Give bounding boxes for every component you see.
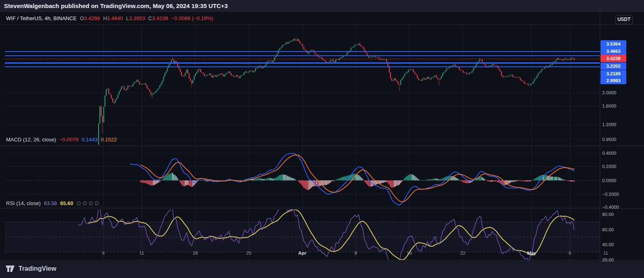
price-tag: 3.5364 xyxy=(601,40,626,48)
time-axis-label: 11 xyxy=(139,251,144,255)
publish-info: StevenWalgenbach published on TradingVie… xyxy=(4,0,228,12)
tradingview-brand-name: TradingView xyxy=(19,265,56,272)
footer-bar: TradingView xyxy=(0,260,644,278)
rsi-value: 63.58 xyxy=(44,200,57,206)
time-axis-label: May xyxy=(527,251,536,255)
price-tag: 3.4238 xyxy=(601,55,626,62)
price-axis-label: 0.9500 xyxy=(602,137,616,142)
chart-area[interactable]: WIF / TetherUS, 4h, BINANCE O3.4298 H3.4… xyxy=(0,12,644,260)
change-value: −0.0066 (−0.19%) xyxy=(171,15,213,21)
price-axis-label: 0.0000 xyxy=(602,178,616,183)
rsi-empty-values: ∅ ∅ ∅ ∅ xyxy=(76,200,99,206)
rsi-title[interactable]: RSI (14, close) xyxy=(6,200,41,206)
price-axis-label: 20.00 xyxy=(602,257,614,262)
time-axis-label: 6 xyxy=(102,251,105,255)
price-axis-label: −0.2000 xyxy=(602,192,619,197)
symbol-legend-row: WIF / TetherUS, 4h, BINANCE O3.4298 H3.4… xyxy=(6,15,213,21)
rsi-ma-value: 65.60 xyxy=(60,200,74,206)
tradingview-logo-icon xyxy=(6,265,15,273)
price-axis-label: 60.00 xyxy=(602,227,614,232)
price-axis-label: 1.6000 xyxy=(602,104,616,108)
price-axis-label: 1.2000 xyxy=(602,122,616,127)
high-label: H xyxy=(103,15,107,21)
price-axis-label: 40.00 xyxy=(602,242,614,247)
time-axis-label: 8 xyxy=(355,251,357,255)
price-axis-label: 80.00 xyxy=(602,212,614,217)
time-axis-label: Apr xyxy=(298,251,306,255)
high-value: 3.4640 xyxy=(107,15,123,21)
open-value: 3.4298 xyxy=(84,15,100,21)
macd-hist-value: −0.0079 xyxy=(59,137,78,143)
price-axis-label: −0.4000 xyxy=(602,205,619,210)
low-label: L xyxy=(126,15,129,21)
currency-toggle-button[interactable]: USDT xyxy=(615,15,633,24)
price-axis-label: 0.2000 xyxy=(602,164,616,169)
time-axis-label: 18 xyxy=(193,251,198,255)
low-value: 3.3953 xyxy=(129,15,145,21)
price-axis-label: 2.0000 xyxy=(602,90,616,95)
macd-line-value: 0.1443 xyxy=(82,137,98,143)
time-axis-label: 25 xyxy=(246,251,252,255)
price-axis-label: 0.4000 xyxy=(602,151,616,156)
time-axis-label: 6 xyxy=(569,251,571,255)
price-tag: 3.2202 xyxy=(601,62,626,70)
chart-canvas[interactable] xyxy=(0,12,644,260)
open-label: O xyxy=(80,15,84,21)
time-axis-label: 22 xyxy=(460,251,466,255)
publisher-strip: StevenWalgenbach published on TradingVie… xyxy=(0,0,644,12)
macd-legend-row: MACD (12, 26, close) −0.0079 0.1443 0.15… xyxy=(6,137,117,143)
close-label: C xyxy=(148,15,152,21)
rsi-legend-row: RSI (14, close) 63.58 65.60 ∅ ∅ ∅ ∅ xyxy=(6,200,99,206)
macd-title[interactable]: MACD (12, 26, close) xyxy=(6,137,56,143)
time-axis-label: 15 xyxy=(407,251,412,255)
price-tag: 3.4663 xyxy=(601,48,626,55)
price-tag: 2.9993 xyxy=(601,77,626,84)
symbol-title[interactable]: WIF / TetherUS, 4h, BINANCE xyxy=(6,15,76,21)
tradingview-brand-link[interactable]: TradingView xyxy=(6,265,56,273)
time-axis-label: 11 xyxy=(603,251,608,255)
macd-signal-value: 0.1522 xyxy=(101,137,117,143)
close-value: 3.4238 xyxy=(152,15,168,21)
price-tag: 3.2189 xyxy=(601,70,626,77)
